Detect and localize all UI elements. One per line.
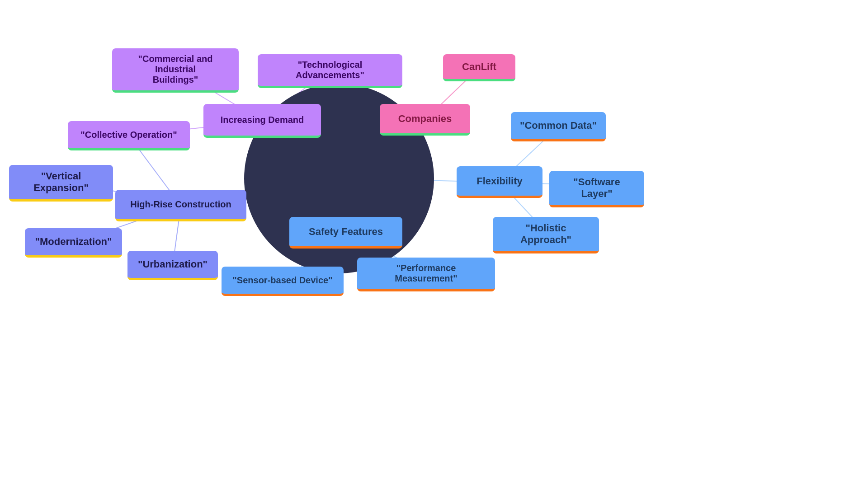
node-software-layer[interactable]: "Software Layer" [549, 171, 644, 207]
mind-map-canvas: "Commercial and IndustrialBuildings""Tec… [0, 0, 868, 488]
node-flexibility[interactable]: Flexibility [457, 166, 542, 198]
node-vertical[interactable]: "Vertical Expansion" [9, 165, 113, 202]
node-collective[interactable]: "Collective Operation" [68, 121, 190, 150]
node-urbanization[interactable]: "Urbanization" [127, 251, 218, 280]
node-technological[interactable]: "Technological Advancements" [258, 54, 402, 88]
node-common-data[interactable]: "Common Data" [511, 112, 606, 141]
node-high-rise[interactable]: High-Rise Construction [115, 190, 246, 221]
node-performance[interactable]: "Performance Measurement" [357, 258, 495, 291]
node-companies[interactable]: Companies [380, 104, 470, 136]
node-safety[interactable]: Safety Features [289, 217, 402, 249]
node-increasing-demand[interactable]: Increasing Demand [203, 104, 321, 138]
node-commercial[interactable]: "Commercial and IndustrialBuildings" [112, 48, 239, 93]
node-holistic[interactable]: "Holistic Approach" [493, 217, 599, 253]
node-sensor[interactable]: "Sensor-based Device" [222, 267, 344, 296]
node-canlift[interactable]: CanLift [443, 54, 515, 81]
node-modernization[interactable]: "Modernization" [25, 228, 122, 258]
